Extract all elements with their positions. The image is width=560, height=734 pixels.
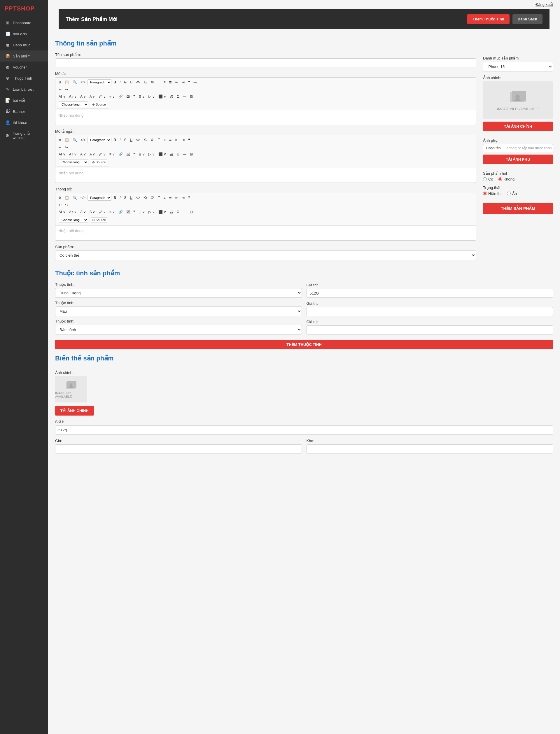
tb3-underline[interactable]: U [128,195,134,200]
tb-align[interactable]: ≡ ∨ [108,94,116,99]
product-name-input[interactable] [55,58,476,67]
sidebar-item-danhmuc[interactable]: ▦ Danh mục [0,39,48,50]
tb3-link[interactable]: 🔗 [117,209,124,215]
attr-value-input-1[interactable] [307,307,553,316]
tb3-blockquote[interactable]: ❝ [187,195,191,200]
tb2-paste[interactable]: 📋 [63,137,71,143]
tb3-font-bg[interactable]: A ∨ [88,209,97,215]
tb2-smileys[interactable]: ⬛ ∨ [157,152,168,157]
variant-upload-main-button[interactable]: TẢI ẢNH CHÍNH [55,406,94,415]
variant-stock-input[interactable] [307,444,553,453]
variant-sku-input[interactable] [55,425,553,434]
sidebar-item-thuoctinh[interactable]: ⊛ Thuộc Tính [0,73,48,84]
status-an-option[interactable]: Ẩn [507,191,517,196]
tb-italic[interactable]: I [118,80,122,85]
sidebar-item-taikhoan[interactable]: 👤 tài khoản [0,117,48,128]
tb-underline[interactable]: U [128,80,134,85]
tb3-smileys[interactable]: ⬛ ∨ [157,209,168,215]
tb-list-ol[interactable]: ≣ [167,80,173,85]
status-hienthi-option[interactable]: Hiện thị [483,191,502,196]
attr-select-1[interactable]: Màu [55,307,302,316]
tb-source-code[interactable]: <> [134,80,141,85]
tb3-hr[interactable]: — [192,195,198,200]
attr-select-2[interactable]: Bảo hành [55,325,302,335]
tb-bold[interactable]: B [112,80,118,85]
tb3-indent[interactable]: ⇥ [180,195,186,200]
tb3-dash[interactable]: — [181,209,188,215]
tb2-font-bg[interactable]: A ∨ [88,152,97,157]
tb2-list-ol[interactable]: ≣ [167,137,173,143]
tb-copy[interactable]: ⧉ [57,80,63,85]
add-attr-bottom-button[interactable]: THÊM THUỘC TÍNH [55,340,553,350]
tb3-font-color[interactable]: A ∨ [79,209,87,215]
list-button[interactable]: Danh Sách [512,14,543,24]
tb-search[interactable]: 🔍 [71,80,78,85]
tb2-redo[interactable]: ↪ [64,145,69,150]
tb2-font[interactable]: T [156,137,161,143]
tb-smileys[interactable]: ⬛ ∨ [157,94,168,99]
tb3-align[interactable]: ≡ ∨ [108,209,116,215]
attr-select-0[interactable]: Dung Lượng [55,288,302,298]
tb2-hr[interactable]: — [192,137,198,143]
tb3-blockquote2[interactable]: ❞ [132,209,137,215]
upload-extra-image-button[interactable]: TẢI ẢNH PHỤ [483,155,553,164]
tb2-search[interactable]: 🔍 [71,137,78,143]
tb2-dash[interactable]: — [181,152,188,157]
tb-hr[interactable]: — [192,80,198,85]
tb2-source-code[interactable]: <> [134,137,141,143]
tb2-more[interactable]: ⊟ [188,152,194,157]
tb2-highlight[interactable]: 🖊 ∨ [97,152,107,157]
tb2-copy[interactable]: ⧉ [57,137,63,143]
hot-khong-radio[interactable] [498,177,502,181]
tb-embed[interactable]: ▷ ∨ [147,94,156,99]
source-btn-desc[interactable]: ⊙ Source [91,102,107,107]
tb3-sub[interactable]: X₂ [142,195,149,200]
tb-undo[interactable]: ↩ [57,87,63,92]
tb2-list-ul[interactable]: ≡ [162,137,167,143]
sidebar-item-banner[interactable]: 🖼 Banner [0,106,48,117]
tb-font-bg[interactable]: A ∨ [88,94,97,99]
tb2-sup[interactable]: X² [149,137,156,143]
sidebar-item-baiviet[interactable]: 📝 bài viết [0,95,48,106]
tb-outdent[interactable]: ⇤ [174,80,180,85]
tb3-embed[interactable]: ▷ ∨ [147,209,156,215]
sidebar-item-voucher[interactable]: 🎟 Voucher [0,62,48,73]
tb3-more[interactable]: ⊟ [188,209,194,215]
status-hienthi-radio[interactable] [483,192,487,195]
tb3-outdent[interactable]: ⇤ [174,195,180,200]
attr-value-input-2[interactable] [307,326,553,335]
hot-co-option[interactable]: Có [483,177,493,181]
tb-image[interactable]: 🖼 [125,94,131,99]
short-desc-editor-body[interactable]: Nhập nội dung [55,168,476,183]
desc-editor-body[interactable]: Nhập nội dung [55,110,476,125]
tb2-indent[interactable]: ⇥ [180,137,186,143]
tb3-highlight[interactable]: 🖊 ∨ [97,209,107,215]
tb-blockquote[interactable]: ❝ [187,80,191,85]
tb2-underline[interactable]: U [128,137,134,143]
tb3-list-ul[interactable]: ≡ [162,195,167,200]
tb-ai[interactable]: AI ∨ [57,94,67,99]
category-select[interactable]: IPhone 15 [483,62,553,71]
sidebar-item-dashboard[interactable]: ⊞ Dashboard [0,17,48,28]
tb-redo[interactable]: ↪ [64,87,69,92]
tb2-image[interactable]: 🖼 [125,152,131,157]
choose-lang-select-desc[interactable]: Choose lang... [59,102,88,107]
tb-font[interactable]: T [156,80,161,85]
variant-price-input[interactable] [55,444,302,453]
add-product-button[interactable]: THÊM SẢN PHẨM [483,203,553,214]
upload-main-image-button[interactable]: TẢI ẢNH CHÍNH [483,122,553,131]
tb-sub[interactable]: X₂ [142,80,149,85]
tb-strike[interactable]: S [123,80,128,85]
tb2-blockquote2[interactable]: ❞ [132,152,137,157]
tb3-sup[interactable]: X² [149,195,156,200]
tb2-table[interactable]: ⊞ ∨ [137,152,146,157]
tb2-outdent[interactable]: ⇤ [174,137,180,143]
tb3-bold[interactable]: B [112,195,118,200]
choose-lang-select-short[interactable]: Choose lang... [59,159,88,165]
tb-paragraph-select[interactable]: Paragraph [87,79,111,85]
tb-sup[interactable]: X² [149,80,156,85]
status-an-radio[interactable] [507,192,511,195]
tb3-special[interactable]: 🖨 [168,209,175,215]
tb-special[interactable]: 🖨 [168,94,175,99]
choose-lang-select-specs[interactable]: Choose lang... [59,217,88,223]
